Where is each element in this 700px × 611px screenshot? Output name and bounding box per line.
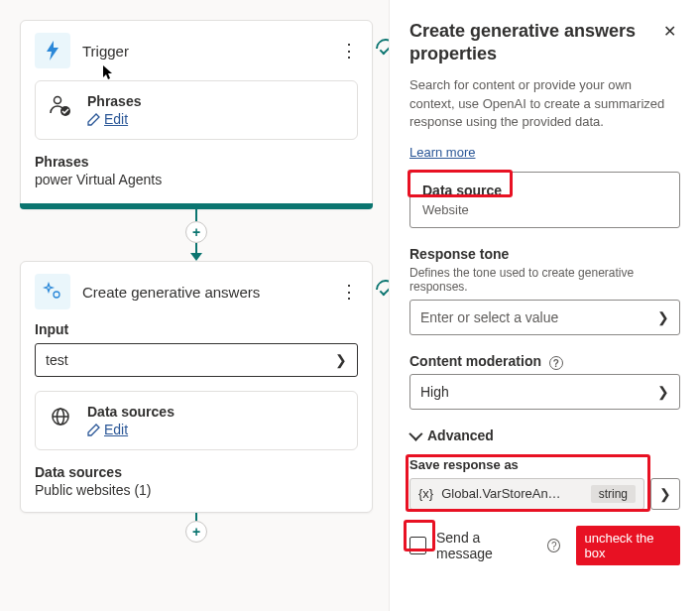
variable-pill[interactable]: {x} Global.VarStoreAn… string xyxy=(409,478,644,510)
svg-point-0 xyxy=(55,97,61,104)
generative-footer: Data sources Public websites (1) xyxy=(21,464,372,512)
add-node-button[interactable]: + xyxy=(185,221,207,243)
sparkle-icon xyxy=(35,274,70,309)
generative-title: Create generative answers xyxy=(82,284,328,301)
data-sources-card[interactable]: Data sources Edit xyxy=(35,391,358,450)
trigger-node[interactable]: Trigger ⋮ Phrases Edit Phrases power Vir… xyxy=(20,20,373,209)
pencil-icon xyxy=(87,424,100,436)
pencil-icon xyxy=(87,113,100,126)
trigger-more-menu[interactable]: ⋮ xyxy=(340,45,358,57)
arrow-down-icon xyxy=(190,253,202,261)
trigger-title: Trigger xyxy=(82,43,328,60)
input-label: Input xyxy=(35,321,358,337)
phrases-label: Phrases xyxy=(87,93,141,109)
panel-description: Search for content or provide your own c… xyxy=(409,76,680,133)
svg-point-2 xyxy=(54,292,59,298)
input-field[interactable]: test ❯ xyxy=(35,343,358,377)
globe-icon xyxy=(50,404,75,429)
response-tone-select[interactable]: Enter or select a value ❯ xyxy=(409,300,680,335)
close-icon[interactable]: ✕ xyxy=(659,20,680,43)
data-source-value: Website xyxy=(422,202,667,217)
annotation-tag: uncheck the box xyxy=(576,526,680,565)
chevron-right-icon: ❯ xyxy=(657,384,669,400)
response-tone-desc: Defines the tone used to create generati… xyxy=(409,266,680,294)
data-sources-label: Data sources xyxy=(87,404,175,420)
help-icon[interactable]: ? xyxy=(549,356,563,370)
content-moderation-select[interactable]: High ❯ xyxy=(409,374,680,410)
generative-more-menu[interactable]: ⋮ xyxy=(340,286,358,298)
connector: + xyxy=(20,209,373,261)
chevron-right-icon: ❯ xyxy=(335,352,347,368)
chevron-right-icon: ❯ xyxy=(659,486,671,502)
trigger-header: Trigger ⋮ xyxy=(21,21,372,80)
person-chat-icon xyxy=(50,93,75,119)
send-message-checkbox[interactable] xyxy=(409,537,426,554)
panel-title: Create generative answers properties xyxy=(409,20,647,66)
help-icon[interactable]: ? xyxy=(547,539,560,552)
send-message-label: Send a message xyxy=(436,530,533,561)
learn-more-link[interactable]: Learn more xyxy=(409,145,475,160)
content-moderation-label: Content moderation ? xyxy=(409,353,680,369)
save-response-label: Save response as xyxy=(409,457,680,472)
phrases-edit-link[interactable]: Edit xyxy=(87,111,141,127)
trigger-footer: Phrases power Virtual Agents xyxy=(21,154,372,201)
variable-expand-button[interactable]: ❯ xyxy=(650,478,680,510)
generative-node[interactable]: Create generative answers ⋮ Input test ❯… xyxy=(20,261,373,513)
advanced-toggle[interactable]: Advanced xyxy=(409,428,680,443)
send-message-row: Send a message ? uncheck the box xyxy=(409,526,680,565)
properties-panel: Create generative answers properties ✕ S… xyxy=(389,0,700,611)
variable-icon: {x} xyxy=(418,486,433,501)
response-tone-label: Response tone xyxy=(409,246,680,262)
chevron-right-icon: ❯ xyxy=(657,309,669,325)
save-response-row: {x} Global.VarStoreAn… string ❯ xyxy=(409,478,680,510)
connector: + xyxy=(20,513,373,543)
trigger-icon xyxy=(35,33,70,68)
data-sources-edit-link[interactable]: Edit xyxy=(87,422,175,437)
chevron-down-icon xyxy=(408,427,422,440)
input-section: Input test ❯ xyxy=(21,321,372,391)
generative-header: Create generative answers ⋮ xyxy=(21,262,372,321)
check-icon xyxy=(372,35,389,62)
data-source-label: Data source xyxy=(422,183,502,198)
data-source-box[interactable]: Data source Website xyxy=(409,172,680,228)
authoring-canvas: Trigger ⋮ Phrases Edit Phrases power Vir… xyxy=(0,0,389,611)
phrases-card[interactable]: Phrases Edit xyxy=(35,80,358,140)
add-node-button[interactable]: + xyxy=(185,521,207,543)
check-icon xyxy=(372,276,389,304)
